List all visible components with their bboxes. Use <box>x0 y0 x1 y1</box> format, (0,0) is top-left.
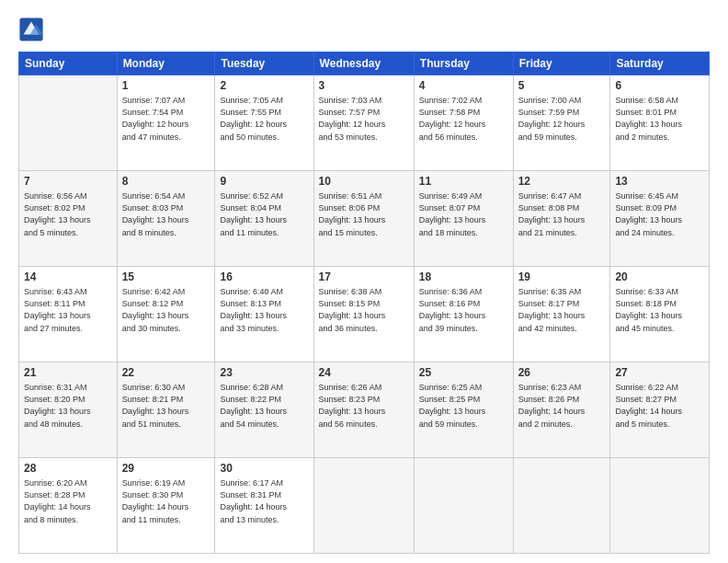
day-number: 20 <box>615 270 704 285</box>
day-number: 25 <box>419 365 508 381</box>
day-info: Sunrise: 6:23 AM Sunset: 8:26 PM Dayligh… <box>518 382 606 430</box>
day-number: 7 <box>24 174 112 190</box>
weekday-header: Sunday <box>19 52 118 75</box>
calendar-day: 12Sunrise: 6:47 AM Sunset: 8:08 PM Dayli… <box>513 171 610 267</box>
calendar-day: 3Sunrise: 7:03 AM Sunset: 7:57 PM Daylig… <box>313 75 414 171</box>
logo-icon <box>18 17 44 42</box>
day-number: 30 <box>220 461 308 477</box>
calendar-header: SundayMondayTuesdayWednesdayThursdayFrid… <box>19 52 710 75</box>
day-info: Sunrise: 6:45 AM Sunset: 8:09 PM Dayligh… <box>615 190 704 238</box>
day-info: Sunrise: 6:36 AM Sunset: 8:16 PM Dayligh… <box>419 286 508 334</box>
weekday-row: SundayMondayTuesdayWednesdayThursdayFrid… <box>19 52 710 75</box>
day-info: Sunrise: 6:49 AM Sunset: 8:07 PM Dayligh… <box>419 190 508 238</box>
day-info: Sunrise: 6:52 AM Sunset: 8:04 PM Dayligh… <box>220 190 308 238</box>
day-number: 23 <box>220 365 308 381</box>
day-info: Sunrise: 6:42 AM Sunset: 8:12 PM Dayligh… <box>122 286 210 334</box>
calendar-day: 10Sunrise: 6:51 AM Sunset: 8:06 PM Dayli… <box>313 171 414 267</box>
calendar-day: 27Sunrise: 6:22 AM Sunset: 8:27 PM Dayli… <box>610 362 710 458</box>
calendar-day: 28Sunrise: 6:20 AM Sunset: 8:28 PM Dayli… <box>19 458 118 554</box>
calendar-page: SundayMondayTuesdayWednesdayThursdayFrid… <box>0 0 728 563</box>
day-info: Sunrise: 6:30 AM Sunset: 8:21 PM Dayligh… <box>122 382 210 430</box>
day-info: Sunrise: 6:47 AM Sunset: 8:08 PM Dayligh… <box>518 190 606 238</box>
day-info: Sunrise: 7:07 AM Sunset: 7:54 PM Dayligh… <box>122 95 210 143</box>
day-info: Sunrise: 6:25 AM Sunset: 8:25 PM Dayligh… <box>419 382 508 430</box>
calendar-week-row: 21Sunrise: 6:31 AM Sunset: 8:20 PM Dayli… <box>19 362 710 458</box>
calendar-day-empty <box>414 458 513 554</box>
day-info: Sunrise: 6:35 AM Sunset: 8:17 PM Dayligh… <box>518 286 606 334</box>
calendar-day: 25Sunrise: 6:25 AM Sunset: 8:25 PM Dayli… <box>414 362 513 458</box>
day-info: Sunrise: 7:00 AM Sunset: 7:59 PM Dayligh… <box>518 95 606 143</box>
calendar-table: SundayMondayTuesdayWednesdayThursdayFrid… <box>18 52 710 554</box>
calendar-week-row: 1Sunrise: 7:07 AM Sunset: 7:54 PM Daylig… <box>19 75 710 171</box>
day-info: Sunrise: 6:54 AM Sunset: 8:03 PM Dayligh… <box>122 190 210 238</box>
day-info: Sunrise: 7:05 AM Sunset: 7:55 PM Dayligh… <box>220 95 308 143</box>
weekday-header: Tuesday <box>215 52 313 75</box>
calendar-week-row: 14Sunrise: 6:43 AM Sunset: 8:11 PM Dayli… <box>19 267 710 362</box>
day-info: Sunrise: 6:40 AM Sunset: 8:13 PM Dayligh… <box>220 286 308 334</box>
calendar-body: 1Sunrise: 7:07 AM Sunset: 7:54 PM Daylig… <box>19 75 710 554</box>
day-info: Sunrise: 6:20 AM Sunset: 8:28 PM Dayligh… <box>24 477 112 525</box>
day-info: Sunrise: 6:26 AM Sunset: 8:23 PM Dayligh… <box>319 382 409 430</box>
day-number: 2 <box>220 78 308 94</box>
day-number: 28 <box>24 461 112 477</box>
day-info: Sunrise: 6:38 AM Sunset: 8:15 PM Dayligh… <box>319 286 409 334</box>
day-number: 10 <box>319 174 409 190</box>
day-info: Sunrise: 6:22 AM Sunset: 8:27 PM Dayligh… <box>615 382 704 430</box>
calendar-day: 26Sunrise: 6:23 AM Sunset: 8:26 PM Dayli… <box>513 362 610 458</box>
day-info: Sunrise: 6:17 AM Sunset: 8:31 PM Dayligh… <box>220 477 308 525</box>
calendar-day-empty <box>513 458 610 554</box>
day-number: 4 <box>419 78 508 94</box>
weekday-header: Wednesday <box>313 52 414 75</box>
day-info: Sunrise: 6:31 AM Sunset: 8:20 PM Dayligh… <box>24 382 112 430</box>
day-number: 19 <box>518 270 606 285</box>
calendar-day: 18Sunrise: 6:36 AM Sunset: 8:16 PM Dayli… <box>414 267 513 362</box>
day-number: 12 <box>518 174 606 190</box>
day-number: 11 <box>419 174 508 190</box>
day-number: 22 <box>122 365 210 381</box>
day-info: Sunrise: 6:28 AM Sunset: 8:22 PM Dayligh… <box>220 382 308 430</box>
day-number: 15 <box>122 270 210 285</box>
day-info: Sunrise: 6:58 AM Sunset: 8:01 PM Dayligh… <box>615 95 704 143</box>
day-number: 29 <box>122 461 210 477</box>
day-number: 24 <box>319 365 409 381</box>
calendar-day: 6Sunrise: 6:58 AM Sunset: 8:01 PM Daylig… <box>610 75 710 171</box>
weekday-header: Saturday <box>610 52 710 75</box>
day-info: Sunrise: 7:02 AM Sunset: 7:58 PM Dayligh… <box>419 95 508 143</box>
day-number: 26 <box>518 365 606 381</box>
calendar-day: 24Sunrise: 6:26 AM Sunset: 8:23 PM Dayli… <box>313 362 414 458</box>
day-number: 6 <box>615 78 704 94</box>
weekday-header: Thursday <box>414 52 513 75</box>
calendar-week-row: 28Sunrise: 6:20 AM Sunset: 8:28 PM Dayli… <box>19 458 710 554</box>
header <box>18 17 710 42</box>
calendar-day: 17Sunrise: 6:38 AM Sunset: 8:15 PM Dayli… <box>313 267 414 362</box>
day-number: 5 <box>518 78 606 94</box>
day-info: Sunrise: 6:51 AM Sunset: 8:06 PM Dayligh… <box>319 190 409 238</box>
day-number: 17 <box>319 270 409 285</box>
calendar-day: 29Sunrise: 6:19 AM Sunset: 8:30 PM Dayli… <box>117 458 215 554</box>
calendar-day: 16Sunrise: 6:40 AM Sunset: 8:13 PM Dayli… <box>215 267 313 362</box>
calendar-day-empty <box>19 75 118 171</box>
calendar-day: 13Sunrise: 6:45 AM Sunset: 8:09 PM Dayli… <box>610 171 710 267</box>
calendar-day-empty <box>313 458 414 554</box>
day-number: 1 <box>122 78 210 94</box>
calendar-day: 23Sunrise: 6:28 AM Sunset: 8:22 PM Dayli… <box>215 362 313 458</box>
day-number: 21 <box>24 365 112 381</box>
calendar-day: 1Sunrise: 7:07 AM Sunset: 7:54 PM Daylig… <box>117 75 215 171</box>
calendar-day: 9Sunrise: 6:52 AM Sunset: 8:04 PM Daylig… <box>215 171 313 267</box>
calendar-day-empty <box>610 458 710 554</box>
calendar-day: 2Sunrise: 7:05 AM Sunset: 7:55 PM Daylig… <box>215 75 313 171</box>
calendar-day: 11Sunrise: 6:49 AM Sunset: 8:07 PM Dayli… <box>414 171 513 267</box>
day-number: 16 <box>220 270 308 285</box>
day-info: Sunrise: 6:56 AM Sunset: 8:02 PM Dayligh… <box>24 190 112 238</box>
calendar-week-row: 7Sunrise: 6:56 AM Sunset: 8:02 PM Daylig… <box>19 171 710 267</box>
weekday-header: Monday <box>117 52 215 75</box>
day-number: 18 <box>419 270 508 285</box>
calendar-day: 14Sunrise: 6:43 AM Sunset: 8:11 PM Dayli… <box>19 267 118 362</box>
calendar-day: 5Sunrise: 7:00 AM Sunset: 7:59 PM Daylig… <box>513 75 610 171</box>
calendar-day: 20Sunrise: 6:33 AM Sunset: 8:18 PM Dayli… <box>610 267 710 362</box>
day-info: Sunrise: 6:33 AM Sunset: 8:18 PM Dayligh… <box>615 286 704 334</box>
day-number: 14 <box>24 270 112 285</box>
day-number: 27 <box>615 365 704 381</box>
day-info: Sunrise: 7:03 AM Sunset: 7:57 PM Dayligh… <box>319 95 409 143</box>
calendar-day: 22Sunrise: 6:30 AM Sunset: 8:21 PM Dayli… <box>117 362 215 458</box>
